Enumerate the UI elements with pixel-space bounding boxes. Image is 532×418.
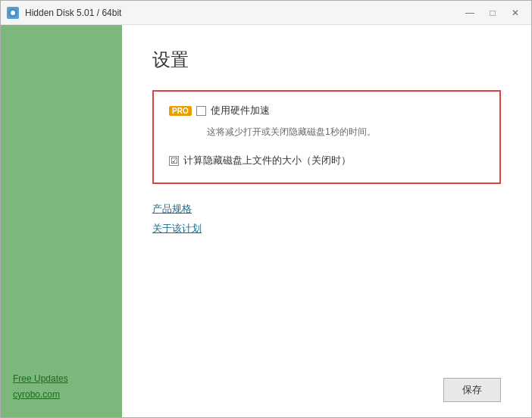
- window-controls: — □ ✕: [460, 5, 525, 20]
- content-area: 设置 PRO 使用硬件加速 这将减少打开或关闭隐藏磁盘1秒的时间。 ☑ 计算隐藏…: [122, 25, 531, 417]
- app-icon: [7, 7, 19, 19]
- calc-size-checkbox[interactable]: ☑: [169, 156, 179, 166]
- pro-badge: PRO: [169, 106, 192, 116]
- title-bar-left: Hidden Disk 5.01 / 64bit: [7, 7, 121, 19]
- title-bar: Hidden Disk 5.01 / 64bit — □ ✕: [1, 1, 531, 25]
- cyrobo-link[interactable]: cyrobo.com: [13, 388, 122, 402]
- hardware-accel-label: 使用硬件加速: [211, 104, 270, 117]
- hardware-accel-row: PRO 使用硬件加速: [169, 104, 484, 117]
- sidebar-links: Free Updates cyrobo.com: [13, 372, 122, 402]
- hardware-accel-checkbox[interactable]: [196, 106, 206, 116]
- save-button[interactable]: 保存: [443, 378, 501, 402]
- maximize-button[interactable]: □: [483, 5, 502, 20]
- links-section: 产品规格 关于该计划: [152, 202, 501, 236]
- close-button[interactable]: ✕: [505, 5, 525, 20]
- minimize-button[interactable]: —: [460, 5, 480, 20]
- free-updates-link[interactable]: Free Updates: [13, 372, 122, 386]
- product-specs-link[interactable]: 产品规格: [152, 202, 501, 216]
- bottom-area: 保存: [152, 378, 501, 402]
- window-title: Hidden Disk 5.01 / 64bit: [25, 8, 121, 18]
- calc-size-row: ☑ 计算隐藏磁盘上文件的大小（关闭时）: [169, 154, 484, 167]
- settings-box: PRO 使用硬件加速 这将减少打开或关闭隐藏磁盘1秒的时间。 ☑ 计算隐藏磁盘上…: [152, 90, 501, 184]
- calc-size-label: 计算隐藏磁盘上文件的大小（关闭时）: [183, 154, 351, 167]
- main-window: Hidden Disk 5.01 / 64bit — □ ✕ Free Upda…: [0, 0, 532, 418]
- sidebar: Free Updates cyrobo.com: [1, 25, 122, 417]
- svg-point-1: [11, 11, 15, 15]
- hardware-accel-description: 这将减少打开或关闭隐藏磁盘1秒的时间。: [207, 125, 484, 139]
- main-content: Free Updates cyrobo.com 设置 PRO 使用硬件加速 这将…: [1, 25, 531, 417]
- about-program-link[interactable]: 关于该计划: [152, 222, 501, 236]
- page-title: 设置: [152, 48, 501, 72]
